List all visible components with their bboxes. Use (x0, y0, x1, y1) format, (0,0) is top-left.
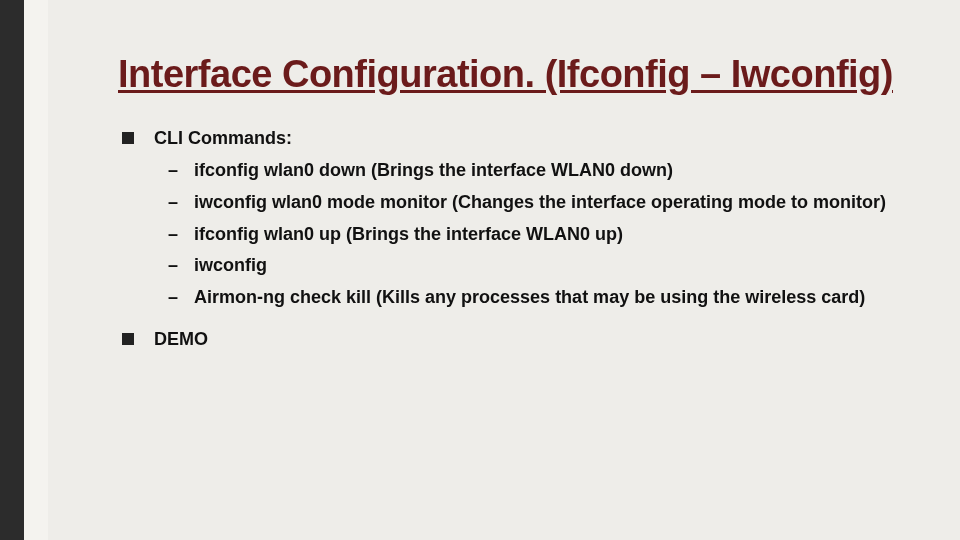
sub-list: ifconfig wlan0 down (Brings the interfac… (154, 157, 900, 312)
slide-content: Interface Configuration. (Ifconfig – Iwc… (118, 52, 900, 368)
list-item-label: ifconfig wlan0 up (Brings the interface … (194, 224, 623, 244)
list-item-label: CLI Commands: (154, 128, 292, 148)
list-item: ifconfig wlan0 up (Brings the interface … (154, 221, 900, 249)
list-item-label: DEMO (154, 329, 208, 349)
list-item-label: ifconfig wlan0 down (Brings the interfac… (194, 160, 673, 180)
bullet-list: CLI Commands: ifconfig wlan0 down (Bring… (118, 125, 900, 354)
list-item: ifconfig wlan0 down (Brings the interfac… (154, 157, 900, 185)
accent-stripe-dark (0, 0, 24, 540)
slide-title: Interface Configuration. (Ifconfig – Iwc… (118, 52, 900, 97)
list-item: iwconfig wlan0 mode monitor (Changes the… (154, 189, 900, 217)
list-item: CLI Commands: ifconfig wlan0 down (Bring… (118, 125, 900, 312)
list-item-label: iwconfig (194, 255, 267, 275)
list-item-label: Airmon-ng check kill (Kills any processe… (194, 287, 865, 307)
list-item-label: iwconfig wlan0 mode monitor (Changes the… (194, 192, 886, 212)
accent-stripe-light (24, 0, 48, 540)
list-item: DEMO (118, 326, 900, 354)
list-item: iwconfig (154, 252, 900, 280)
list-item: Airmon-ng check kill (Kills any processe… (154, 284, 900, 312)
